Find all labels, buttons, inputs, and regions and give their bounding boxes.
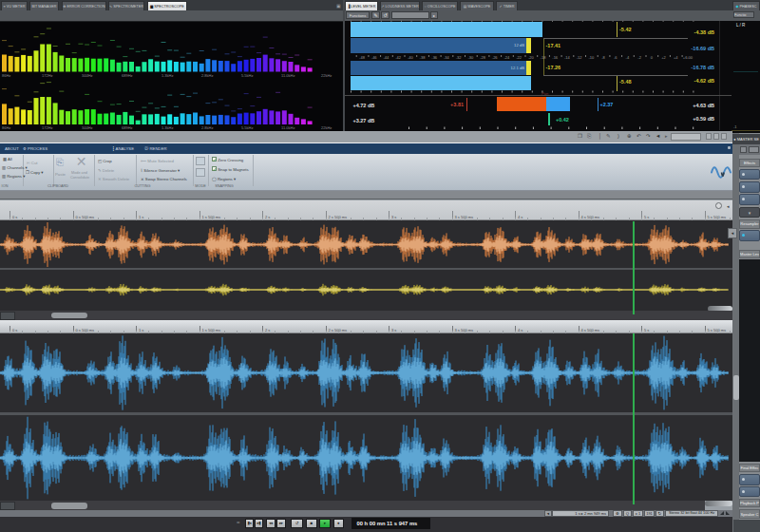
svg-text:-12: -12 [577, 55, 583, 60]
svg-text:-28: -28 [480, 55, 486, 60]
svg-text:-48: -48 [359, 55, 366, 60]
svg-text:-2: -2 [637, 55, 641, 60]
svg-text:-22: -22 [516, 55, 522, 60]
svg-text:+4: +4 [674, 55, 678, 60]
svg-text:-14: -14 [564, 55, 571, 60]
svg-text:-42: -42 [395, 55, 402, 60]
svg-text:-18: -18 [541, 55, 547, 60]
svg-text:-8: -8 [601, 55, 605, 60]
svg-text:-26: -26 [492, 55, 499, 60]
svg-text:-34: -34 [444, 55, 450, 60]
svg-text:-36: -36 [431, 55, 438, 60]
svg-text:-24: -24 [504, 55, 511, 60]
svg-text:-10: -10 [588, 55, 595, 60]
svg-text:-46: -46 [371, 55, 378, 60]
svg-text:-38: -38 [420, 55, 427, 60]
svg-text:-6: -6 [614, 55, 618, 60]
svg-text:-20: -20 [528, 55, 535, 60]
svg-text:-4: -4 [626, 55, 630, 60]
svg-text:0: 0 [651, 55, 654, 60]
svg-text:-30: -30 [467, 55, 474, 60]
svg-text:+2: +2 [661, 55, 666, 60]
svg-text:+6.00: +6.00 [683, 55, 694, 60]
svg-text:-40: -40 [408, 55, 414, 60]
svg-text:-44: -44 [384, 55, 390, 60]
svg-text:-32: -32 [456, 55, 463, 60]
svg-text:-16: -16 [552, 55, 559, 60]
